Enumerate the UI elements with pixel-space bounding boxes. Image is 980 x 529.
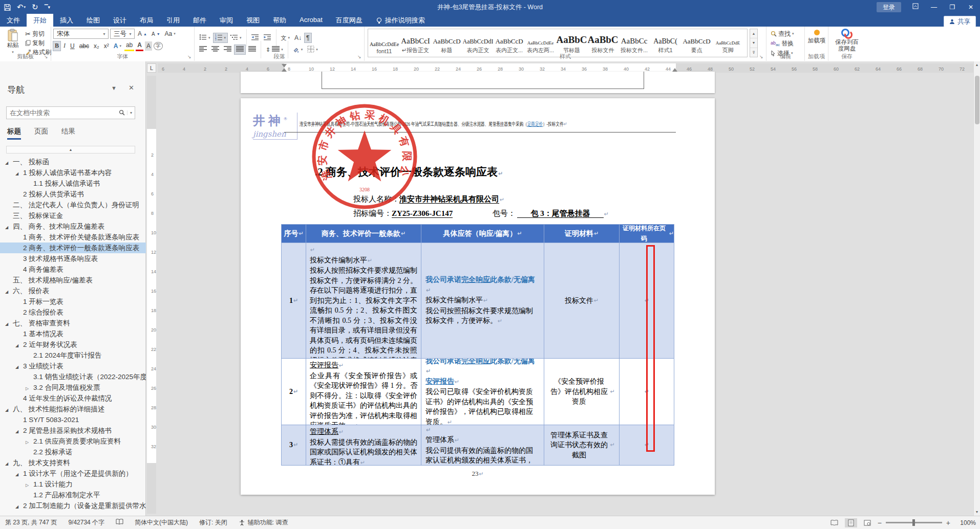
expand-icon[interactable]: ◢	[15, 501, 23, 511]
style-chip-7[interactable]: AaBbC节标题	[557, 30, 587, 56]
vertical-scrollbar[interactable]: ▲ ▼	[973, 61, 980, 516]
search-input[interactable]	[7, 109, 117, 117]
font-family-select[interactable]: 宋体▾	[53, 29, 109, 39]
save-icon[interactable]	[4, 4, 11, 11]
nav-outline-item[interactable]: 4 商务偏差表	[0, 264, 146, 275]
zoom-slider[interactable]	[886, 522, 942, 523]
italic-button[interactable]: I	[62, 41, 67, 51]
paragraph-dialog-launcher-icon[interactable]: ↘	[357, 54, 363, 60]
ribbon-tab-邮件[interactable]: 邮件	[186, 14, 213, 27]
enclose-characters-icon[interactable]: 字	[154, 42, 163, 50]
expand-icon[interactable]: ◢	[5, 405, 13, 414]
tell-me-box[interactable]: 操作说明搜索	[376, 16, 425, 27]
styles-dialog-launcher-icon[interactable]: ↘	[759, 54, 765, 60]
nav-outline-item[interactable]: ◢2 加工制造能力（设备这是重新提供带水印的还...	[0, 500, 146, 511]
nav-outline-item[interactable]: ▷3.2 合同及增值税发票	[0, 382, 146, 393]
style-chip-8[interactable]: AaBbC投标文件	[588, 30, 618, 56]
nav-outline-item[interactable]: 三、 投标保证金	[0, 210, 146, 221]
ribbon-display-options-icon[interactable]	[906, 0, 925, 14]
tab-stop-selector[interactable]: L	[147, 63, 156, 73]
nav-outline-item[interactable]: ◢一、 投标函	[0, 157, 146, 167]
accessibility-indicator[interactable]: 辅助功能: 调查	[239, 518, 288, 527]
nav-tab-结果[interactable]: 结果	[61, 127, 75, 140]
web-layout-icon[interactable]	[861, 518, 874, 527]
expand-icon[interactable]: ◢	[15, 340, 23, 350]
nav-outline-item[interactable]: 2 商务、技术评价一般条款逐条响应表	[0, 243, 146, 253]
ribbon-tab-审阅[interactable]: 审阅	[213, 14, 240, 27]
nav-outline-item[interactable]: ▷1.1 设计能力	[0, 479, 146, 490]
nav-outline-item[interactable]: ◢四、 商务、技术响应及偏差表	[0, 221, 146, 232]
ribbon-tab-开始[interactable]: 开始	[27, 14, 53, 27]
ribbon-tab-布局[interactable]: 布局	[133, 14, 160, 27]
search-icon[interactable]	[117, 108, 127, 118]
maximize-button[interactable]: ❐	[943, 0, 962, 14]
read-mode-icon[interactable]	[828, 518, 841, 527]
redo-icon[interactable]: ↻	[32, 0, 38, 14]
replace-button[interactable]: abac 替换	[769, 39, 795, 48]
cut-button[interactable]: ✂剪切	[24, 29, 46, 38]
nav-tab-标题[interactable]: 标题	[7, 127, 21, 140]
nav-outline-item[interactable]: 五、 技术规格响应/偏差表	[0, 275, 146, 285]
nav-outline-item[interactable]: ◢九、 技术支持资料	[0, 457, 146, 468]
style-chip-1[interactable]: AaBbCcDdEefont11	[369, 30, 399, 56]
share-button[interactable]: 共享	[944, 16, 976, 27]
superscript-button[interactable]: x²	[102, 41, 111, 51]
expand-icon[interactable]: ◢	[5, 319, 13, 328]
proofing-icon[interactable]	[116, 519, 123, 526]
vertical-ruler[interactable]: 2468101214161820222426283032	[147, 76, 156, 514]
undo-icon[interactable]: ↶▾	[17, 0, 26, 14]
style-chip-4[interactable]: AaBbCcDdI表内正文	[463, 30, 493, 56]
minimize-button[interactable]: —	[925, 0, 943, 14]
qat-customize-icon[interactable]: ▔▾	[45, 0, 50, 14]
addins-button[interactable]: 加载项	[807, 30, 826, 44]
subscript-button[interactable]: x₂	[92, 41, 101, 51]
close-icon[interactable]: ✕	[129, 84, 134, 92]
nav-outline-item[interactable]: 1 SY/T 5083-2021	[0, 414, 146, 425]
expand-icon[interactable]: ◢	[15, 168, 23, 178]
right-indent-marker[interactable]	[672, 68, 677, 72]
expand-icon[interactable]: ◢	[15, 362, 23, 371]
expand-icon[interactable]: ◢	[15, 426, 23, 436]
grow-font-icon[interactable]: A▲	[136, 29, 148, 38]
collapse-icon[interactable]: ▷	[26, 480, 33, 490]
strikethrough-button[interactable]: abc	[78, 41, 91, 51]
zoom-slider-thumb[interactable]	[912, 519, 915, 526]
hanging-indent-marker[interactable]	[282, 68, 287, 72]
document-canvas[interactable]: L 64224681012141618202224262830323436384…	[146, 61, 973, 516]
style-chip-10[interactable]: AaBbC(样式1	[650, 30, 680, 56]
style-chip-6[interactable]: AaBbCcDdEe表内左两...	[525, 30, 556, 56]
sign-in-button[interactable]: 登录	[877, 2, 901, 12]
expand-icon[interactable]: ◢	[5, 222, 13, 232]
track-changes-indicator[interactable]: 修订: 关闭	[199, 518, 227, 527]
collapse-icon[interactable]: ▷	[26, 383, 33, 393]
nav-outline-item[interactable]: ▷2.1 供应商资质要求响应资料	[0, 436, 146, 447]
scroll-up-icon[interactable]: ▲	[974, 61, 980, 69]
document-page[interactable]: 井神® jingshen 淮安市井神钻采机具有限公司-中国石油天然气股份有限公司…	[241, 98, 715, 495]
style-chip-9[interactable]: AaBbCc投标文件...	[619, 30, 649, 56]
close-button[interactable]: ✕	[962, 0, 980, 14]
clipboard-dialog-launcher-icon[interactable]: ↘	[44, 54, 50, 60]
expand-icon[interactable]: ◢	[15, 469, 23, 479]
ribbon-tab-引用[interactable]: 引用	[160, 14, 186, 27]
nav-outline-item[interactable]: 1 商务、技术评价关键条款逐条响应表	[0, 232, 146, 243]
nav-outline-item[interactable]: 2 综合报价表	[0, 307, 146, 318]
nav-outline-item[interactable]: ◢1 投标人诚信承诺书基本内容	[0, 167, 146, 178]
nav-outline-item[interactable]: 2.1 2024年度审计报告	[0, 350, 146, 361]
find-button[interactable]: 查找▾	[769, 29, 796, 38]
text-effects-icon[interactable]: A▾	[112, 41, 123, 51]
nav-outline-item[interactable]: ◢3 业绩统计表	[0, 361, 146, 371]
collapse-icon[interactable]: ▷	[26, 437, 33, 447]
nav-outline-item[interactable]: 3 技术规格书逐条响应表	[0, 253, 146, 264]
nav-outline-item[interactable]: 1 开标一览表	[0, 296, 146, 307]
bold-button[interactable]: B	[53, 41, 60, 51]
shrink-font-icon[interactable]: A▼	[150, 29, 162, 38]
language-indicator[interactable]: 简体中文(中国大陆)	[135, 518, 188, 527]
nav-outline-item[interactable]: 1 基本情况表	[0, 328, 146, 339]
nav-outline-item[interactable]: ◢2 近年财务状况表	[0, 339, 146, 350]
ribbon-tab-插入[interactable]: 插入	[53, 14, 80, 27]
nav-outline-item[interactable]: ◢八、 技术性能指标的详细描述	[0, 404, 146, 414]
change-case-icon[interactable]: Aa▾	[163, 29, 177, 38]
ribbon-tab-百度网盘[interactable]: 百度网盘	[329, 14, 369, 27]
font-dialog-launcher-icon[interactable]: ↘	[187, 54, 193, 60]
page-indicator[interactable]: 第 23 页, 共 747 页	[5, 518, 57, 527]
